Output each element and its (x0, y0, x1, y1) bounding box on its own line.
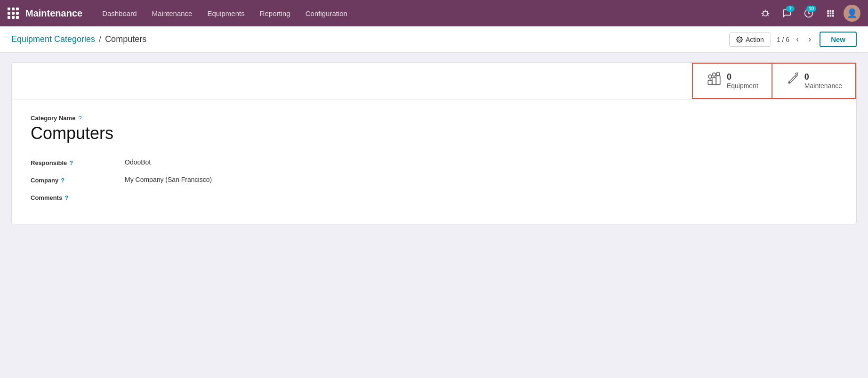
comments-help[interactable]: ? (64, 194, 68, 201)
breadcrumb: Equipment Categories / Computers (11, 34, 146, 44)
responsible-help[interactable]: ? (69, 159, 73, 166)
form-card: 0 Equipment 0 Maintenance (11, 62, 857, 224)
category-name-help[interactable]: ? (78, 115, 81, 122)
svg-rect-14 (716, 76, 720, 84)
equipment-count: 0 (727, 72, 731, 82)
svg-point-15 (708, 75, 712, 78)
bug-icon-button[interactable] (757, 5, 774, 22)
category-name-label-row: Category Name ? (31, 115, 837, 122)
responsible-value: OdooBot (125, 158, 313, 166)
clock-badge: 10 (806, 6, 816, 12)
breadcrumb-link[interactable]: Equipment Categories (11, 34, 95, 44)
user-avatar[interactable]: 👤 (844, 5, 860, 22)
chat-badge: 7 (786, 6, 795, 12)
prev-page-button[interactable]: ‹ (793, 33, 802, 45)
svg-rect-4 (832, 10, 834, 12)
form-title: Computers (31, 123, 837, 143)
maintenance-label: Maintenance (804, 82, 842, 90)
nav-equipments[interactable]: Equipments (201, 6, 251, 21)
company-value: My Company (San Francisco) (125, 176, 313, 183)
svg-rect-12 (708, 81, 712, 85)
next-page-button[interactable]: › (805, 33, 814, 45)
main-content: 0 Equipment 0 Maintenance (0, 53, 868, 234)
header-actions: Action 1 / 6 ‹ › New (729, 32, 857, 47)
nav-maintenance[interactable]: Maintenance (145, 6, 199, 21)
nav-dashboard[interactable]: Dashboard (96, 6, 143, 21)
company-help[interactable]: ? (61, 177, 64, 184)
category-name-label: Category Name (31, 115, 75, 122)
svg-point-21 (788, 82, 790, 83)
action-button[interactable]: Action (729, 33, 771, 47)
clock-icon-button[interactable]: 10 (800, 5, 817, 22)
nav-links: Dashboard Maintenance Equipments Reporti… (96, 6, 757, 21)
svg-rect-2 (827, 10, 829, 12)
form-fields: Responsible ? OdooBot Company ? My Compa… (31, 158, 313, 201)
action-label: Action (746, 36, 764, 43)
svg-rect-8 (827, 15, 829, 17)
equipment-label: Equipment (727, 82, 758, 90)
pagination: 1 / 6 ‹ › (777, 33, 814, 45)
comments-label: Comments ? (31, 193, 125, 201)
svg-rect-5 (827, 13, 829, 15)
svg-rect-9 (830, 15, 832, 17)
maintenance-count: 0 (804, 72, 809, 82)
equipment-icon (706, 71, 722, 90)
svg-point-11 (739, 39, 740, 41)
breadcrumb-separator: / (99, 34, 101, 44)
stat-buttons-row: 0 Equipment 0 Maintenance (12, 63, 856, 99)
svg-rect-6 (830, 13, 832, 15)
maintenance-icon (786, 72, 800, 90)
nav-reporting[interactable]: Reporting (253, 6, 297, 21)
top-navigation: Maintenance Dashboard Maintenance Equipm… (0, 0, 868, 26)
grid-icon-button[interactable] (822, 5, 839, 22)
svg-rect-3 (830, 10, 832, 12)
equipment-stat-button[interactable]: 0 Equipment (692, 63, 772, 99)
gear-icon (736, 36, 743, 43)
svg-rect-7 (832, 13, 834, 15)
nav-configuration[interactable]: Configuration (299, 6, 354, 21)
app-brand: Maintenance (25, 8, 82, 19)
svg-point-17 (716, 72, 720, 75)
pagination-text: 1 / 6 (777, 36, 789, 43)
chat-icon-button[interactable]: 7 (779, 5, 796, 22)
company-label: Company ? (31, 176, 125, 184)
maintenance-stat-button[interactable]: 0 Maintenance (772, 63, 856, 99)
apps-menu-icon[interactable] (8, 8, 19, 19)
breadcrumb-current: Computers (105, 34, 146, 44)
svg-rect-10 (832, 15, 834, 17)
nav-right-icons: 7 10 👤 (757, 5, 860, 22)
svg-rect-13 (712, 78, 716, 84)
responsible-label: Responsible ? (31, 158, 125, 166)
new-button[interactable]: New (820, 32, 857, 47)
form-body: Category Name ? Computers Responsible ? … (12, 99, 856, 224)
page-header: Equipment Categories / Computers Action … (0, 26, 868, 53)
svg-point-16 (712, 73, 715, 76)
